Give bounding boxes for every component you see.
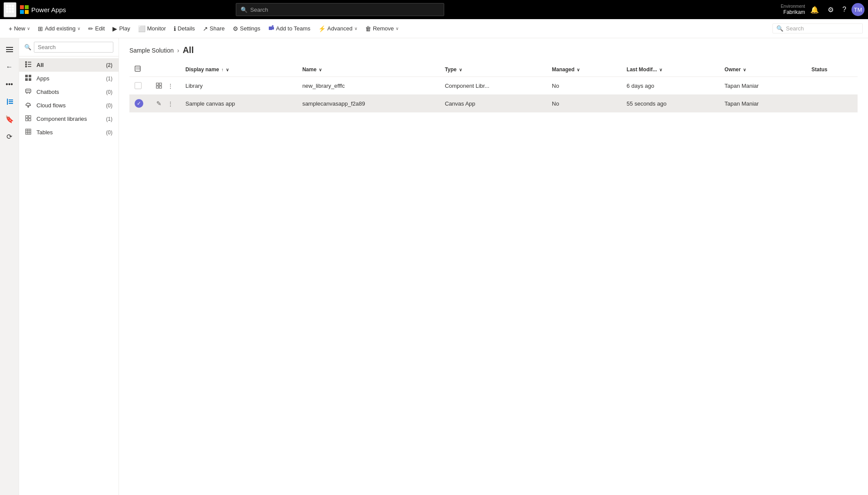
sidebar-item-cloud-flows[interactable]: Cloud flows (0) — [19, 99, 119, 112]
row-edit-icon[interactable]: ✎ — [154, 98, 164, 109]
environment-selector[interactable]: Environment Fabrikam — [781, 3, 805, 16]
monitor-button[interactable]: ⬜ Monitor — [135, 23, 169, 34]
svg-rect-28 — [28, 66, 31, 67]
remove-chevron-icon: ∨ — [396, 26, 399, 31]
row-type: Canvas App — [439, 95, 547, 113]
sidebar-item-apps[interactable]: Apps (1) — [19, 72, 119, 85]
topbar-right-controls: Environment Fabrikam 🔔 ⚙ ? TM — [781, 3, 865, 16]
content-search-input[interactable] — [786, 25, 859, 32]
rail-more-button[interactable]: ••• — [2, 76, 17, 92]
svg-rect-3 — [6, 7, 8, 10]
row-display-name: Library — [180, 77, 297, 95]
command-bar: + New ∨ ⊞ Add existing ∨ ✏ Edit ▶ Play ⬜… — [0, 19, 868, 38]
svg-rect-41 — [26, 129, 31, 134]
sort-chevron-managed-icon: ∨ — [577, 67, 580, 72]
svg-rect-13 — [269, 27, 272, 30]
edit-button[interactable]: ✏ Edit — [85, 23, 108, 34]
th-type[interactable]: Type ∨ — [439, 62, 547, 77]
details-button[interactable]: ℹ Details — [170, 23, 198, 34]
svg-rect-52 — [159, 86, 162, 88]
svg-rect-38 — [29, 116, 31, 118]
table-row[interactable]: ⋮ Librarynew_library_efffcComponent Libr… — [129, 77, 858, 95]
svg-rect-12 — [25, 10, 29, 14]
sidebar-item-tables[interactable]: Tables (0) — [19, 126, 119, 139]
breadcrumb-parent[interactable]: Sample Solution — [129, 47, 174, 54]
sidebar-search-icon: 🔍 — [24, 44, 31, 50]
table-header-row: Display name ↑ ∨ Name ∨ Type ∨ Managed — [129, 62, 858, 77]
avatar[interactable]: TM — [851, 3, 865, 16]
sidebar-item-component-libraries[interactable]: Component libraries (1) — [19, 112, 119, 126]
svg-rect-36 — [29, 90, 30, 91]
all-list-icon — [25, 61, 33, 69]
sidebar-search-input[interactable] — [34, 42, 113, 53]
svg-rect-39 — [26, 119, 28, 121]
app-brand: Power Apps — [31, 6, 66, 13]
row-display-name: Sample canvas app — [180, 95, 297, 113]
svg-rect-29 — [25, 75, 28, 77]
table-row[interactable]: ✓ ✎ ⋮ Sample canvas appsamplecanvasapp_f… — [129, 95, 858, 113]
advanced-chevron-icon: ∨ — [354, 26, 357, 31]
play-triangle-icon: ▶ — [112, 25, 117, 32]
svg-rect-4 — [9, 7, 11, 10]
topbar-logo: Power Apps — [20, 5, 66, 14]
row-owner: Tapan Maniar — [719, 77, 806, 95]
global-search-input[interactable] — [250, 7, 439, 13]
sort-asc-icon: ↑ — [221, 67, 224, 72]
notification-button[interactable]: 🔔 — [807, 4, 822, 16]
share-button[interactable]: ↗ Share — [199, 23, 228, 34]
row-check-selected[interactable]: ✓ — [135, 99, 143, 108]
content-search-icon: 🔍 — [776, 25, 783, 32]
rail-history-button[interactable]: ⟳ — [2, 129, 17, 144]
rail-list-button[interactable] — [2, 94, 17, 110]
help-button[interactable]: ? — [839, 4, 850, 15]
row-checkbox[interactable] — [135, 82, 142, 89]
th-owner[interactable]: Owner ∨ — [719, 62, 806, 77]
settings-button[interactable]: ⚙ — [824, 4, 837, 16]
waffle-menu-button[interactable] — [3, 2, 17, 17]
row-type-icon — [154, 80, 164, 91]
svg-rect-1 — [9, 5, 11, 7]
th-last-modified[interactable]: Last Modif... ∨ — [621, 62, 719, 77]
sidebar-nav: All (2) Apps (1) — [19, 56, 119, 495]
apps-grid-icon — [25, 75, 33, 82]
row-owner: Tapan Maniar — [719, 95, 806, 113]
new-button[interactable]: + New ∨ — [5, 23, 33, 34]
global-search-box[interactable]: 🔍 — [236, 3, 444, 16]
svg-rect-18 — [6, 51, 13, 52]
th-select[interactable] — [129, 62, 149, 77]
remove-button[interactable]: 🗑 Remove ∨ — [362, 23, 402, 34]
settings-cmd-button[interactable]: ⚙ Settings — [229, 23, 264, 34]
svg-rect-35 — [28, 90, 29, 91]
svg-rect-51 — [156, 86, 158, 88]
th-managed[interactable]: Managed ∨ — [547, 62, 621, 77]
rail-bookmark-button[interactable]: 🔖 — [2, 111, 17, 127]
play-button[interactable]: ▶ Play — [109, 23, 133, 34]
new-chevron-icon: ∨ — [27, 26, 30, 31]
tables-icon — [25, 129, 33, 136]
rail-menu-button[interactable] — [2, 42, 17, 57]
advanced-button[interactable]: ⚡ Advanced ∨ — [315, 23, 361, 34]
th-row-icons — [149, 62, 180, 77]
svg-rect-37 — [26, 116, 28, 118]
content-search-box[interactable]: 🔍 — [772, 23, 863, 33]
svg-rect-2 — [12, 5, 14, 7]
microsoft-logo-icon — [20, 5, 29, 14]
svg-rect-24 — [28, 62, 31, 63]
sidebar-item-all[interactable]: All (2) — [19, 58, 119, 72]
svg-rect-19 — [7, 99, 8, 105]
rail-back-button[interactable]: ← — [2, 59, 17, 75]
monitor-icon: ⬜ — [138, 25, 145, 32]
svg-rect-17 — [6, 49, 13, 50]
th-display-name[interactable]: Display name ↑ ∨ — [180, 62, 297, 77]
svg-rect-26 — [28, 64, 31, 65]
add-to-teams-button[interactable]: Add to Teams — [265, 23, 314, 34]
row-type: Component Libr... — [439, 77, 547, 95]
th-name[interactable]: Name ∨ — [297, 62, 439, 77]
sidebar-item-chatbots[interactable]: Chatbots (0) — [19, 85, 119, 99]
svg-rect-22 — [9, 103, 13, 104]
add-existing-icon: ⊞ — [38, 25, 43, 32]
row-more-icon[interactable]: ⋮ — [166, 82, 175, 90]
row-more-icon[interactable]: ⋮ — [166, 100, 175, 108]
add-existing-button[interactable]: ⊞ Add existing ∨ — [34, 23, 84, 34]
row-name: samplecanvasapp_f2a89 — [297, 95, 439, 113]
